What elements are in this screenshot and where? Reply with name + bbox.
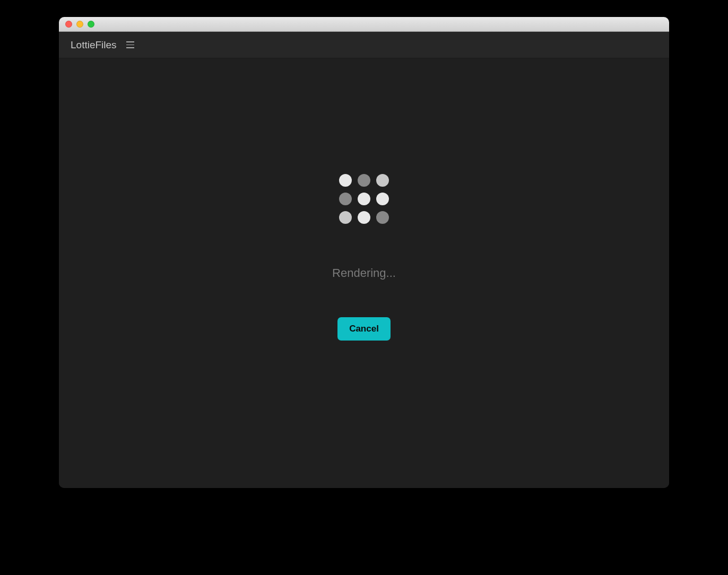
spinner-dot bbox=[358, 211, 370, 224]
window-titlebar bbox=[59, 17, 669, 32]
spinner-dot bbox=[339, 211, 352, 224]
spinner-dot bbox=[358, 193, 370, 205]
app-window: LottieFiles Rendering... Cancel bbox=[59, 17, 669, 488]
spinner-dot bbox=[358, 174, 370, 187]
spinner-dot bbox=[376, 174, 389, 187]
spinner-dot bbox=[339, 174, 352, 187]
hamburger-menu-icon[interactable] bbox=[126, 41, 134, 48]
cancel-button[interactable]: Cancel bbox=[337, 317, 391, 341]
window-minimize-button[interactable] bbox=[76, 21, 83, 28]
spinner-dot bbox=[376, 211, 389, 224]
loading-spinner-icon bbox=[339, 174, 389, 224]
app-header: LottieFiles bbox=[59, 32, 669, 58]
rendering-status-text: Rendering... bbox=[332, 266, 396, 280]
window-maximize-button[interactable] bbox=[88, 21, 94, 28]
spinner-dot bbox=[339, 193, 352, 205]
window-close-button[interactable] bbox=[65, 21, 72, 28]
spinner-dot bbox=[376, 193, 389, 205]
app-title: LottieFiles bbox=[71, 39, 117, 51]
main-content: Rendering... Cancel bbox=[59, 58, 669, 488]
